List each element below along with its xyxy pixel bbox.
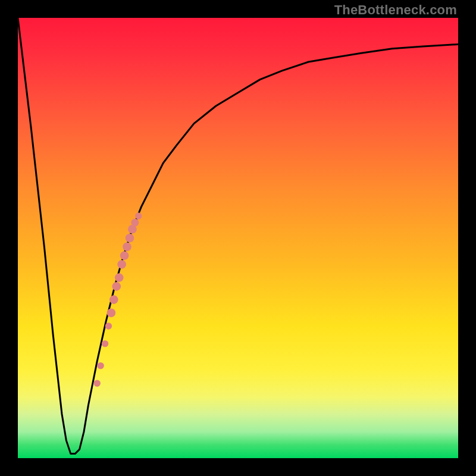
data-marker [105,322,112,329]
data-marker [126,234,134,243]
data-marker [94,380,101,387]
data-marker [102,340,108,347]
plot-area [18,18,458,458]
watermark-text: TheBottleneck.com [334,2,457,18]
data-marker [107,308,116,317]
data-marker [112,282,121,291]
data-marker [117,260,126,269]
chart-frame: TheBottleneck.com [0,0,476,476]
data-marker [97,362,104,369]
data-marker [120,251,129,260]
data-marker [115,273,124,282]
data-marker [135,212,142,219]
data-marker [109,295,118,304]
bottleneck-chart [18,18,458,458]
data-marker [131,219,139,227]
bottleneck-curve-path [18,18,458,454]
data-marker [123,242,131,251]
